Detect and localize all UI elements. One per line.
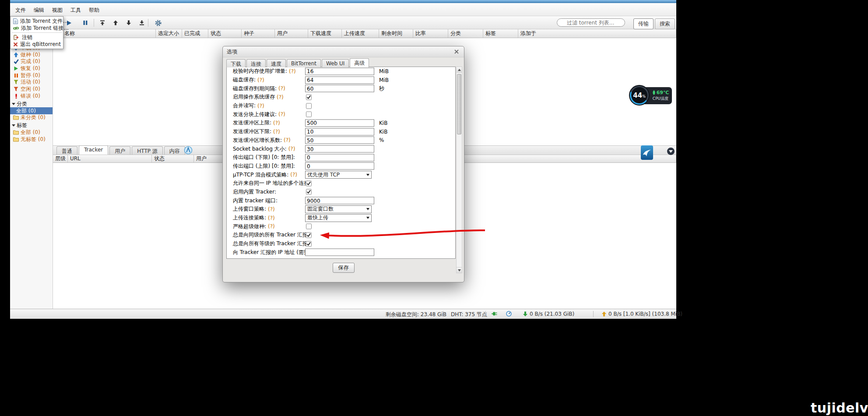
setting-checkbox[interactable]	[306, 224, 312, 229]
sidebar-filter-item[interactable]: 错误 (0)	[10, 93, 53, 100]
torrent-column-header[interactable]: 状态	[208, 29, 242, 38]
detail-tab[interactable]: 内容	[164, 146, 185, 155]
help-link[interactable]: (?)	[257, 103, 264, 109]
collapse-panel-button[interactable]	[667, 148, 675, 155]
file-menu-item[interactable]: 添加 Torrent 链接...	[11, 25, 63, 32]
toolbar-options-gear-button[interactable]	[153, 18, 163, 28]
dialog-tab[interactable]: BitTorrent	[287, 59, 321, 67]
view-tab[interactable]: 传输	[633, 18, 654, 29]
sidebar-section-header[interactable]: 分类	[10, 100, 53, 107]
detail-tab[interactable]: 普通	[56, 146, 77, 155]
detail-tab[interactable]: HTTP 源	[132, 146, 163, 155]
menubar-item[interactable]: 文件	[13, 5, 28, 15]
upload-speed-status[interactable]: 0 B/s [1.0 KiB/s] (103.8 MiB)	[602, 311, 682, 317]
setting-checkbox[interactable]	[306, 112, 312, 117]
torrent-column-header[interactable]: 选定大小	[156, 29, 182, 38]
dialog-scrollbar[interactable]	[456, 67, 462, 273]
download-speed-status[interactable]: 0 B/s (21.03 GiB)	[523, 311, 574, 317]
help-link[interactable]: (?)	[277, 94, 284, 100]
torrent-column-header[interactable]: 种子	[242, 29, 275, 38]
help-link[interactable]: (?)	[273, 120, 280, 126]
sidebar-filter-item[interactable]: 未分类 (0)	[10, 114, 53, 121]
setting-input[interactable]	[305, 162, 374, 170]
setting-select[interactable]: 优先使用 TCP	[305, 171, 372, 179]
view-tab[interactable]: 搜索	[655, 18, 675, 29]
sidebar-filter-item[interactable]: 完成 (0)	[10, 58, 53, 65]
tracker-column-header[interactable]: URL	[68, 155, 152, 162]
toolbar-queue-bottom-button[interactable]	[137, 18, 147, 28]
setting-input[interactable]	[305, 128, 374, 135]
torrent-column-header[interactable]: 用户	[275, 29, 308, 38]
help-link[interactable]: (?)	[278, 85, 285, 92]
file-menu-item[interactable]: 退出 qBittorrent	[11, 41, 63, 48]
detail-tab[interactable]: 用户	[109, 146, 130, 155]
torrent-column-header[interactable]: 上传速度	[342, 29, 379, 38]
dialog-tab[interactable]: 高级	[350, 58, 369, 67]
sidebar-filter-item[interactable]: 恢复 (0)	[10, 65, 53, 72]
toolbar-queue-top-button[interactable]	[97, 18, 108, 28]
save-button[interactable]: 保存	[333, 263, 355, 273]
setting-input[interactable]	[305, 76, 374, 84]
scrollbar-thumb[interactable]	[457, 74, 461, 134]
torrent-column-header[interactable]: 比率	[413, 29, 448, 38]
help-link[interactable]: (?)	[288, 146, 295, 152]
torrent-column-header[interactable]: 标签	[483, 29, 518, 38]
menubar-item[interactable]: 帮助	[86, 5, 102, 15]
setting-input[interactable]	[305, 197, 374, 204]
setting-checkbox[interactable]	[306, 103, 312, 109]
setting-input[interactable]	[305, 85, 374, 92]
setting-input[interactable]	[305, 67, 374, 75]
file-menu-item[interactable]: 添加 Torrent 文件...	[11, 18, 63, 25]
torrent-column-header[interactable]: 分类	[448, 29, 483, 38]
setting-input[interactable]	[305, 249, 374, 256]
tracker-column-header[interactable]: 层级	[53, 155, 68, 162]
menubar-item[interactable]: 编辑	[31, 5, 47, 15]
help-link[interactable]: (?)	[284, 137, 291, 143]
sidebar-filter-item[interactable]: 无标签 (0)	[10, 136, 53, 143]
toolbar-queue-down-button[interactable]	[123, 18, 134, 28]
menubar-item[interactable]: 视图	[49, 5, 65, 15]
sidebar-filter-item[interactable]: 全部 (0)	[10, 129, 53, 136]
speed-extension-icon[interactable]	[641, 145, 653, 160]
dialog-tab[interactable]: 速度	[267, 59, 286, 67]
file-menu-item[interactable]: 注销	[11, 34, 63, 41]
setting-input[interactable]	[305, 119, 374, 127]
setting-input[interactable]	[305, 154, 374, 161]
sidebar-filter-item[interactable]: 全部 (0)	[10, 107, 53, 114]
help-link[interactable]: (?)	[268, 206, 275, 212]
sidebar-section-header[interactable]: 标签	[10, 122, 53, 129]
help-link[interactable]: (?)	[268, 223, 275, 229]
setting-select[interactable]: 最快上传	[305, 214, 372, 222]
torrent-filter-input[interactable]	[557, 18, 625, 27]
scroll-down-icon[interactable]	[457, 267, 462, 273]
detail-tab[interactable]: Tracker	[79, 145, 108, 155]
torrent-column-header[interactable]: 下载速度	[308, 29, 342, 38]
toolbar-queue-up-button[interactable]	[110, 18, 121, 28]
help-link[interactable]: (?)	[268, 215, 275, 221]
setting-select[interactable]: 固定窗口数	[305, 205, 372, 213]
help-link[interactable]: (?)	[290, 172, 297, 178]
setting-input[interactable]	[305, 145, 374, 153]
announce-all-trackers-checkbox[interactable]	[306, 232, 312, 238]
toolbar-pause-button[interactable]	[80, 18, 91, 28]
altspeed-toggle[interactable]	[506, 311, 512, 317]
torrent-column-header[interactable]: 添加于	[518, 29, 676, 38]
sidebar-filter-item[interactable]: 活动 (0)	[10, 79, 53, 86]
setting-checkbox[interactable]	[306, 189, 312, 195]
close-icon[interactable]	[453, 48, 460, 55]
dialog-tab[interactable]: 连接	[246, 59, 266, 67]
sidebar-filter-item[interactable]: 空闲 (0)	[10, 86, 53, 93]
dialog-tab[interactable]: Web UI	[322, 59, 349, 67]
sidebar-filter-item[interactable]: 做种 (0)	[10, 51, 53, 58]
setting-checkbox[interactable]	[306, 94, 312, 100]
dialog-tab[interactable]: 下载	[226, 59, 246, 67]
setting-checkbox[interactable]	[306, 241, 312, 247]
help-link[interactable]: (?)	[278, 111, 285, 117]
menubar-item[interactable]: 工具	[68, 5, 84, 15]
torrent-column-header[interactable]: 剩余时间	[379, 29, 413, 38]
setting-checkbox[interactable]	[306, 180, 312, 186]
setting-input[interactable]	[305, 137, 374, 144]
help-link[interactable]: (?)	[273, 129, 280, 135]
help-link[interactable]: (?)	[289, 68, 296, 74]
help-link[interactable]: (?)	[257, 77, 264, 83]
